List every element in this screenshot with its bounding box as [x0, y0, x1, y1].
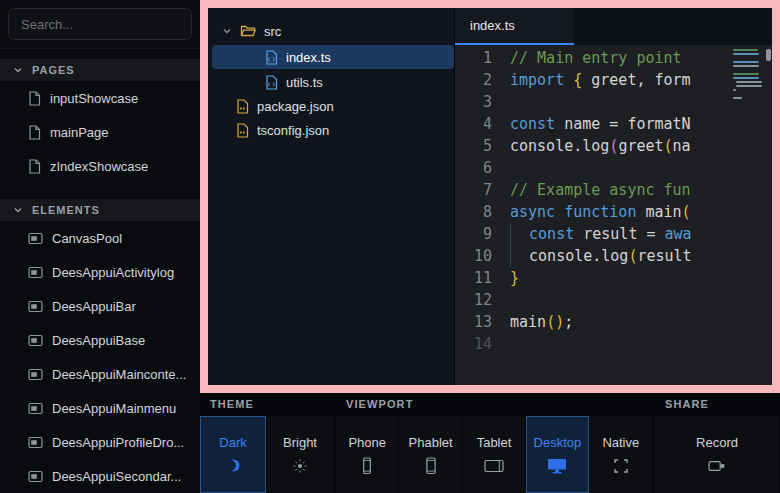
- search-input[interactable]: [8, 8, 192, 40]
- button-label: Bright: [283, 435, 317, 450]
- sidebar-item-label: DeesAppuiBar: [52, 299, 136, 314]
- desktop-icon: [547, 457, 567, 475]
- bottom-toolbar: THEMEVIEWPORTSHARE DarkBrightPhonePhable…: [200, 393, 780, 493]
- line-number: 7: [455, 179, 510, 201]
- line-number: 14: [455, 333, 510, 355]
- phablet-icon: [423, 457, 439, 475]
- code-line-10: 10 console.log(result: [455, 245, 772, 267]
- component-icon: [28, 266, 43, 279]
- sun-icon: [293, 457, 307, 475]
- desktop-button[interactable]: Desktop: [526, 416, 588, 493]
- tablet-button[interactable]: Tablet: [463, 416, 525, 493]
- native-button[interactable]: Native: [590, 416, 652, 493]
- sidebar-item-label: CanvasPool: [52, 231, 122, 246]
- sidebar-item-zindexshowcase[interactable]: zIndexShowcase: [0, 149, 200, 183]
- button-label: Record: [696, 435, 738, 450]
- phablet-button[interactable]: Phablet: [399, 416, 461, 493]
- line-number: 9: [455, 223, 510, 245]
- record-icon: [708, 457, 726, 475]
- component-icon: [28, 402, 43, 415]
- sidebar-item-deesappuimainmenu[interactable]: DeesAppuiMainmenu: [0, 391, 200, 425]
- component-icon: [28, 232, 43, 245]
- code-line-13: 13main();: [455, 311, 772, 333]
- sidebar-item-mainpage[interactable]: mainPage: [0, 115, 200, 149]
- editor-tabbar: index.ts: [455, 8, 772, 45]
- tree-item-label: package.json: [257, 99, 334, 114]
- sidebar-item-deesappuibase[interactable]: DeesAppuiBase: [0, 323, 200, 357]
- code-line-7: 7// Example async fun: [455, 179, 772, 201]
- sidebar-item-label: zIndexShowcase: [50, 159, 148, 174]
- button-label: Tablet: [477, 435, 512, 450]
- section-header-elements[interactable]: ELEMENTS: [0, 199, 200, 221]
- chevron-down-icon: [13, 205, 23, 215]
- button-label: Dark: [219, 435, 246, 450]
- dark-button[interactable]: Dark: [200, 416, 266, 493]
- chevron-down-icon: [222, 26, 232, 36]
- preview-frame: srcindex.tsutils.tspackage.jsontsconfig.…: [200, 0, 780, 393]
- button-label: Phone: [348, 435, 386, 450]
- sidebar-item-label: DeesAppuiActivitylog: [52, 265, 174, 280]
- toolbar-group-label-share: SHARE: [655, 393, 779, 416]
- component-icon: [28, 436, 43, 449]
- code-line-3: 3: [455, 91, 772, 113]
- tree-item-src[interactable]: src: [208, 18, 454, 44]
- button-label: Native: [602, 435, 639, 450]
- section-label: PAGES: [32, 64, 75, 76]
- code-line-12: 12: [455, 289, 772, 311]
- line-number: 5: [455, 135, 510, 157]
- sidebar-item-deesappuiprofiledro[interactable]: DeesAppuiProfileDro...: [0, 425, 200, 459]
- tree-item-index-ts[interactable]: index.ts: [212, 45, 454, 69]
- sidebar-item-deesappuisecondar[interactable]: DeesAppuiSecondar...: [0, 459, 200, 493]
- folder-open-icon: [240, 24, 256, 38]
- toolbar-headers: THEMEVIEWPORTSHARE: [200, 393, 780, 416]
- section-header-pages[interactable]: PAGES: [0, 59, 200, 81]
- tablet-icon: [484, 457, 504, 475]
- record-button[interactable]: Record: [655, 416, 779, 493]
- button-label: Phablet: [409, 435, 453, 450]
- tree-item-label: src: [264, 24, 281, 39]
- moon-icon: [226, 457, 241, 475]
- toolbar-group-label-viewport: VIEWPORT: [336, 393, 652, 416]
- native-icon: [613, 457, 629, 475]
- toolbar-buttons: DarkBrightPhonePhabletTabletDesktopNativ…: [200, 416, 780, 493]
- search-container: [0, 0, 200, 48]
- code-line-8: 8async function main(: [455, 201, 772, 223]
- code-editor-demo: srcindex.tsutils.tspackage.jsontsconfig.…: [208, 8, 772, 385]
- component-icon: [28, 368, 43, 381]
- ts-file-icon: [265, 75, 278, 90]
- tree-item-tsconfig-json[interactable]: tsconfig.json: [208, 118, 454, 142]
- line-number: 6: [455, 157, 510, 179]
- code-line-2: 2import { greet, form: [455, 69, 772, 91]
- sidebar-item-deesappuimainconte[interactable]: DeesAppuiMainconte...: [0, 357, 200, 391]
- bright-button[interactable]: Bright: [267, 416, 333, 493]
- sidebar-item-inputshowcase[interactable]: inputShowcase: [0, 81, 200, 115]
- document-icon: [28, 159, 41, 174]
- sidebar-item-label: DeesAppuiProfileDro...: [52, 435, 184, 450]
- component-icon: [28, 470, 43, 483]
- editor-main: index.ts 1// Main entry point2import { g…: [455, 8, 772, 385]
- line-number: 2: [455, 69, 510, 91]
- scrollbar-thumb[interactable]: [766, 49, 771, 61]
- tree-item-utils-ts[interactable]: utils.ts: [208, 70, 454, 94]
- file-tree: srcindex.tsutils.tspackage.jsontsconfig.…: [208, 8, 455, 385]
- sidebar-item-label: DeesAppuiMainmenu: [52, 401, 176, 416]
- toolbar-group-share: Record: [655, 416, 779, 493]
- tree-item-package-json[interactable]: package.json: [208, 94, 454, 118]
- tab-index-ts[interactable]: index.ts: [455, 8, 574, 45]
- phone-button[interactable]: Phone: [336, 416, 398, 493]
- minimap[interactable]: [733, 49, 763, 105]
- toolbar-group-label-theme: THEME: [200, 393, 333, 416]
- document-icon: [28, 125, 41, 140]
- code-area[interactable]: 1// Main entry point2import { greet, for…: [455, 45, 772, 385]
- sidebar-item-canvaspool[interactable]: CanvasPool: [0, 221, 200, 255]
- sidebar-item-deesappuibar[interactable]: DeesAppuiBar: [0, 289, 200, 323]
- code-line-11: 11}: [455, 267, 772, 289]
- app-window: PAGESinputShowcasemainPagezIndexShowcase…: [0, 0, 780, 493]
- tab-label: index.ts: [470, 18, 515, 33]
- code-line-14: 14: [455, 333, 772, 355]
- code-line-6: 6: [455, 157, 772, 179]
- sidebar-item-label: DeesAppuiMainconte...: [52, 367, 186, 382]
- code-line-1: 1// Main entry point: [455, 47, 772, 69]
- sidebar-item-deesappuiactivitylog[interactable]: DeesAppuiActivitylog: [0, 255, 200, 289]
- sidebar-item-label: mainPage: [50, 125, 109, 140]
